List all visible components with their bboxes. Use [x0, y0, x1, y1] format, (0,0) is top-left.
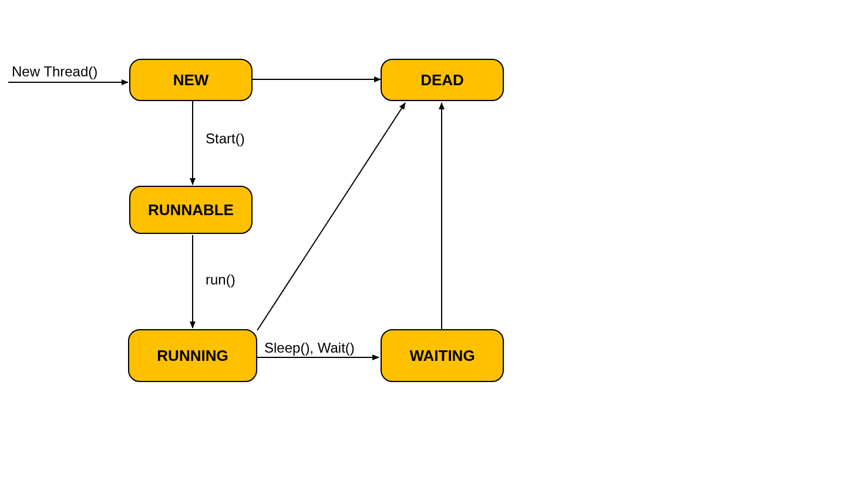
state-runnable: RUNNABLE	[129, 186, 253, 234]
state-new: NEW	[129, 59, 253, 101]
state-new-label: NEW	[173, 71, 209, 89]
state-running-label: RUNNING	[157, 347, 228, 365]
state-runnable-label: RUNNABLE	[148, 201, 234, 219]
label-run: run()	[206, 272, 235, 288]
label-sleep-wait: Sleep(), Wait()	[264, 340, 355, 356]
state-waiting-label: WAITING	[409, 347, 475, 365]
svg-line-5	[257, 103, 405, 330]
state-waiting: WAITING	[381, 329, 504, 382]
state-running: RUNNING	[128, 329, 257, 382]
state-dead: DEAD	[381, 59, 504, 101]
label-start: Start()	[206, 130, 245, 147]
thread-state-diagram: NEW DEAD RUNNABLE RUNNING WAITING New Th…	[0, 0, 868, 482]
label-entry: New Thread()	[12, 63, 97, 80]
state-dead-label: DEAD	[420, 71, 464, 89]
